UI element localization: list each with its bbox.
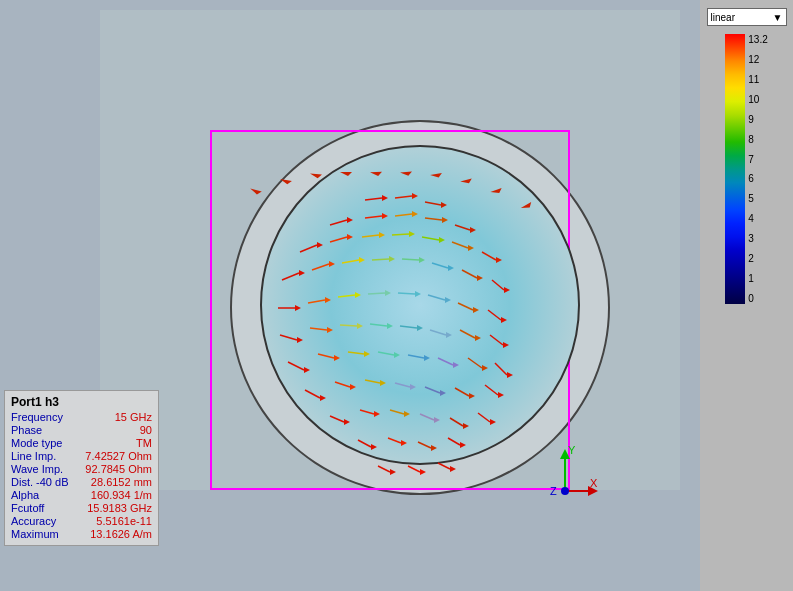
info-row-label: Phase [11, 424, 81, 436]
info-title: Port1 h3 [11, 395, 152, 409]
info-row-value: 15 GHz [115, 411, 152, 423]
scale-bar-container: 13.21211109876543210 [725, 34, 767, 304]
scale-tick-label: 9 [748, 114, 767, 125]
scale-tick-label: 8 [748, 134, 767, 145]
info-row: Alpha160.934 1/m [11, 489, 152, 501]
info-row-value: 15.9183 GHz [87, 502, 152, 514]
scale-tick-label: 13.2 [748, 34, 767, 45]
info-row: Phase90 [11, 424, 152, 436]
info-row-value: 7.42527 Ohm [85, 450, 152, 462]
info-row-value: TM [136, 437, 152, 449]
scale-tick-label: 7 [748, 154, 767, 165]
scale-tick-label: 6 [748, 173, 767, 184]
svg-text:Z: Z [550, 485, 557, 497]
info-row: Frequency15 GHz [11, 411, 152, 423]
scale-tick-label: 0 [748, 293, 767, 304]
circle-field [260, 145, 580, 465]
info-row: Accuracy5.5161e-11 [11, 515, 152, 527]
info-row-label: Dist. -40 dB [11, 476, 81, 488]
info-row: Fcutoff15.9183 GHz [11, 502, 152, 514]
colorscale-panel: linear ▼ 13.21211109876543210 [700, 0, 793, 591]
info-row-value: 160.934 1/m [91, 489, 152, 501]
scale-tick-label: 12 [748, 54, 767, 65]
info-row-value: 5.5161e-11 [96, 515, 152, 527]
scale-tick-label: 5 [748, 193, 767, 204]
info-row-label: Frequency [11, 411, 81, 423]
scale-tick-label: 2 [748, 253, 767, 264]
info-row-value: 90 [140, 424, 152, 436]
info-row-label: Alpha [11, 489, 81, 501]
svg-text:Y: Y [568, 444, 576, 456]
scale-dropdown[interactable]: linear ▼ [707, 8, 787, 26]
svg-point-150 [561, 487, 569, 495]
info-row: Dist. -40 dB28.6152 mm [11, 476, 152, 488]
viewport: Port1 h3 Frequency15 GHzPhase90Mode type… [0, 0, 700, 591]
info-row: Mode typeTM [11, 437, 152, 449]
svg-text:X: X [590, 477, 598, 489]
scale-tick-label: 3 [748, 233, 767, 244]
scale-tick-label: 1 [748, 273, 767, 284]
scale-dropdown-label: linear [711, 12, 735, 23]
info-row-label: Line Imp. [11, 450, 81, 462]
scale-tick-label: 11 [748, 74, 767, 85]
info-row: Line Imp.7.42527 Ohm [11, 450, 152, 462]
scale-labels: 13.21211109876543210 [748, 34, 767, 304]
info-row-value: 13.1626 A/m [90, 528, 152, 540]
info-row-label: Wave Imp. [11, 463, 81, 475]
info-row-label: Mode type [11, 437, 81, 449]
info-row-label: Maximum [11, 528, 81, 540]
info-row: Wave Imp.92.7845 Ohm [11, 463, 152, 475]
canvas-area [100, 10, 680, 490]
info-panel: Port1 h3 Frequency15 GHzPhase90Mode type… [4, 390, 159, 546]
scale-tick-label: 10 [748, 94, 767, 105]
scale-bar [725, 34, 745, 304]
scale-tick-label: 4 [748, 213, 767, 224]
info-row-label: Fcutoff [11, 502, 81, 514]
axes-indicator: Y X Z [530, 441, 600, 511]
scale-dropdown-arrow[interactable]: ▼ [773, 12, 783, 23]
info-row: Maximum13.1626 A/m [11, 528, 152, 540]
info-row-value: 92.7845 Ohm [85, 463, 152, 475]
info-row-value: 28.6152 mm [91, 476, 152, 488]
info-row-label: Accuracy [11, 515, 81, 527]
